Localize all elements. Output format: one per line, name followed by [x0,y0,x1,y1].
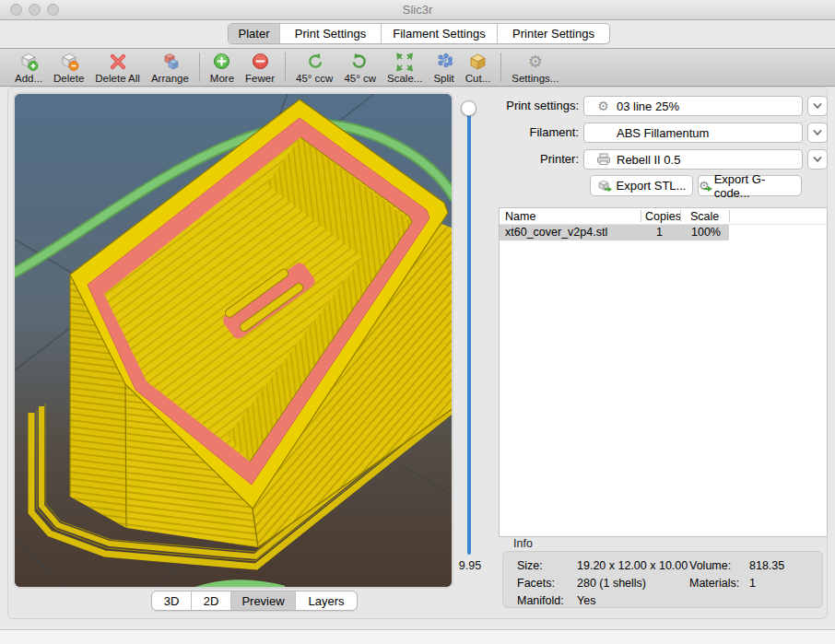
export-gcode-button[interactable]: ⚙ Export G-code... [698,175,802,196]
table-row[interactable]: xt60_cover_v2p4.stl 1 100% [500,225,729,240]
filament-label: Filament: [496,125,579,139]
materials-value: 1 [749,577,756,590]
filament-select[interactable]: ABS Fillamentum [583,123,803,143]
export-gcode-icon: ⚙ [699,180,710,192]
print-settings-value: 03 line 25% [617,100,679,113]
printer-value: Rebell II 0.5 [617,153,680,167]
cell-scale: 100% [691,226,721,239]
facets-value: 280 (1 shells) [577,577,646,590]
printer-icon [595,152,611,167]
print-settings-dropdown-button[interactable] [807,96,828,116]
view-tab-3d[interactable]: 3D [152,591,192,610]
toolbar-separator [285,53,286,82]
column-header-name: Name [505,210,535,223]
size-value: 19.20 x 12.00 x 10.00 [577,559,688,572]
tab-print-settings[interactable]: Print Settings [280,24,382,43]
minus-circle-icon [251,51,270,72]
cut-button[interactable]: Cut... [460,49,496,84]
info-section-title: Info [513,537,533,550]
rotate-cw-button[interactable]: 45° cw [338,49,382,84]
view-mode-tabs: 3D 2D Preview Layers [151,591,358,611]
table-header-row: Name Copies Scale [500,208,827,225]
printer-dropdown-button[interactable] [807,149,828,170]
status-bar [0,629,835,644]
chevron-down-icon [812,154,823,165]
manifold-label: Manifold: [517,594,564,607]
tab-filament-settings[interactable]: Filament Settings [382,24,498,43]
gear-icon: ⚙ [595,99,611,113]
toolbar: Add... Delete Delete All [0,48,835,87]
print-settings-label: Print settings: [496,99,579,112]
cut-box-icon [467,51,488,72]
cell-name: xt60_cover_v2p4.stl [505,226,607,239]
volume-label: Volume: [689,559,731,572]
export-stl-icon [597,179,612,193]
view-tab-layers[interactable]: Layers [296,591,357,610]
arrange-cubes-icon [159,51,181,72]
scale-arrows-icon [394,51,415,72]
export-stl-button[interactable]: Export STL... [590,175,693,196]
rotate-cw-icon [350,51,370,72]
view-tab-preview[interactable]: Preview [231,591,296,610]
toolbar-separator [500,53,501,82]
red-x-icon [108,51,128,72]
column-header-scale: Scale [690,210,719,223]
sliced-model-render [15,94,453,589]
tab-printer-settings[interactable]: Printer Settings [498,24,609,43]
settings-gear-icon: ⚙ [528,51,543,72]
add-button[interactable]: Add... [9,49,48,84]
fewer-button[interactable]: Fewer [240,49,280,84]
layer-slider-knob[interactable] [461,100,476,116]
toolbar-separator [199,53,200,82]
settings-button[interactable]: ⚙ Settings... [506,49,564,84]
cell-copies: 1 [656,226,663,239]
main-tab-bar: Plater Print Settings Filament Settings … [228,23,610,44]
layer-slider-value: 9.95 [452,559,488,572]
delete-all-button[interactable]: Delete All [89,49,146,84]
arrange-button[interactable]: Arrange [146,49,194,84]
scale-button[interactable]: Scale... [382,49,428,84]
more-button[interactable]: More [205,49,240,84]
plus-circle-icon [212,51,231,72]
filament-dropdown-button[interactable] [807,123,828,143]
printer-select[interactable]: Rebell II 0.5 [583,149,803,170]
view-tab-2d[interactable]: 2D [192,591,231,610]
size-label: Size: [517,559,543,572]
print-settings-select[interactable]: ⚙ 03 line 25% [583,96,803,116]
box-remove-icon [58,51,80,72]
volume-value: 818.35 [749,559,784,572]
tab-plater[interactable]: Plater [229,24,280,43]
materials-label: Materials: [689,577,739,590]
layer-slider-track[interactable] [467,112,471,555]
chevron-down-icon [812,127,823,138]
object-list-table: Name Copies Scale xt60_cover_v2p4.stl 1 … [499,207,828,537]
box-add-icon [18,51,40,72]
title-bar: Slic3r [0,0,835,20]
chevron-down-icon [812,100,823,111]
column-header-copies: Copies [645,210,681,223]
split-button[interactable]: Split [428,49,459,84]
printer-label: Printer: [496,152,579,166]
window-title: Slic3r [0,3,835,17]
filament-value: ABS Fillamentum [617,126,709,140]
preview-3d-canvas[interactable] [13,92,453,589]
delete-button[interactable]: Delete [48,49,89,84]
split-cubes-icon [434,51,454,72]
manifold-value: Yes [577,594,595,607]
facets-label: Facets: [517,577,555,590]
rotate-ccw-button[interactable]: 45° ccw [290,49,338,84]
rotate-ccw-icon [304,51,324,72]
info-box: Size: 19.20 x 12.00 x 10.00 Volume: 818.… [502,551,823,608]
